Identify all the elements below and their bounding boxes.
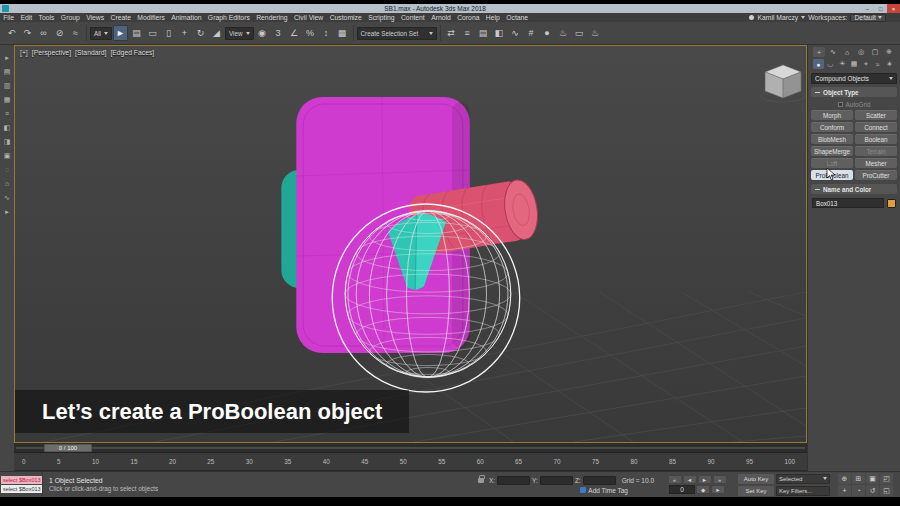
close-button[interactable]: × [887, 4, 900, 13]
selection-lock-icon[interactable] [478, 478, 484, 483]
bind-spacewarp-icon[interactable]: ≈ [68, 25, 83, 41]
left-toolbar-icon[interactable]: ◨ [4, 138, 11, 146]
rendered-frame-icon[interactable]: ▭ [572, 25, 587, 41]
viewport-canvas[interactable] [15, 46, 806, 442]
minimize-button[interactable]: − [861, 4, 874, 13]
menu-item[interactable]: Octane [503, 13, 531, 22]
select-rotate-icon[interactable]: ↻ [193, 25, 208, 41]
left-toolbar-icon[interactable]: ◧ [4, 124, 11, 132]
viewport-pov-menu[interactable]: [Perspective] [32, 49, 71, 56]
cameras-category-icon[interactable]: ▦ [849, 59, 860, 69]
object-type-button[interactable]: ShapeMerge [811, 146, 853, 156]
render-setup-icon[interactable]: ♨ [556, 25, 571, 41]
go-to-start-icon[interactable]: « [668, 475, 682, 484]
shapes-category-icon[interactable]: ◡ [825, 59, 836, 69]
menu-item[interactable]: Corona [454, 13, 483, 22]
track-bar[interactable]: 0510152025303540455055606570758085909510… [14, 453, 807, 471]
menu-item[interactable]: Civil View [291, 13, 327, 22]
menu-item[interactable]: File [0, 13, 17, 22]
object-color-swatch[interactable] [887, 199, 896, 208]
left-toolbar-icon[interactable]: ▤ [4, 68, 11, 76]
autogrid-checkbox[interactable] [838, 102, 843, 107]
object-category-dropdown[interactable]: Compound Objects [811, 73, 897, 84]
selection-filter-dropdown[interactable]: All [90, 27, 112, 40]
left-toolbar-icon[interactable]: ≡ [5, 110, 9, 118]
workspaces-dropdown[interactable]: Default [850, 14, 886, 22]
viewport-renderer-menu[interactable]: [Standard] [75, 49, 106, 56]
macro-recorder-line[interactable]: select $Box013 [1, 476, 42, 484]
hierarchy-tab-icon[interactable]: ⌂ [841, 47, 853, 57]
perspective-viewport[interactable]: [+] [Perspective] [Standard] [Edged Face… [14, 45, 807, 443]
time-slider-track[interactable] [16, 447, 805, 449]
menu-item[interactable]: Animation [168, 13, 205, 22]
object-type-button[interactable]: Scatter [855, 110, 897, 120]
viewport-shading-menu[interactable]: [Edged Faces] [110, 49, 154, 56]
zoom-all-icon[interactable]: ⊞ [852, 473, 865, 484]
user-account-menu[interactable]: Kamil Marczy [757, 14, 798, 21]
curve-editor-icon[interactable]: ∿ [508, 25, 523, 41]
menu-item[interactable]: Arnold [428, 13, 454, 22]
left-toolbar-icon[interactable]: ▸ [5, 208, 9, 216]
spacewarps-category-icon[interactable]: ≈ [872, 59, 883, 69]
select-link-icon[interactable]: ∞ [36, 25, 51, 41]
render-production-icon[interactable]: ♨ [588, 25, 603, 41]
menu-item[interactable]: Scripting [365, 13, 398, 22]
time-slider[interactable]: 0 / 100 [14, 443, 807, 453]
menu-item[interactable]: Tools [35, 13, 57, 22]
align-icon[interactable]: ≡ [460, 25, 475, 41]
orbit-icon[interactable]: ↺ [866, 485, 879, 496]
menu-item[interactable]: Help [483, 13, 503, 22]
percent-snap-icon[interactable]: % [303, 25, 318, 41]
schematic-view-icon[interactable]: # [524, 25, 539, 41]
object-type-rollout-header[interactable]: Object Type [811, 87, 897, 97]
pan-icon[interactable]: + [838, 485, 851, 496]
menu-item[interactable]: Customize [326, 13, 364, 22]
geometry-category-icon[interactable]: ● [813, 59, 824, 69]
systems-category-icon[interactable]: ∗ [884, 59, 895, 69]
z-coordinate-field[interactable] [583, 476, 616, 485]
named-selection-set-combo[interactable]: Create Selection Set [357, 27, 437, 40]
object-type-button[interactable]: Conform [811, 122, 853, 132]
select-by-name-icon[interactable]: ▤ [129, 25, 144, 41]
redo-icon[interactable]: ↷ [20, 25, 35, 41]
menu-item[interactable]: Views [83, 13, 107, 22]
display-tab-icon[interactable]: ▢ [869, 47, 881, 57]
left-toolbar-icon[interactable]: ▣ [4, 152, 11, 160]
reference-coordinate-dropdown[interactable]: View [225, 27, 254, 40]
left-toolbar-icon[interactable]: ▥ [4, 82, 11, 90]
material-editor-icon[interactable]: ● [540, 25, 555, 41]
snaps-toggle-icon[interactable]: 3 [271, 25, 286, 41]
rect-region-icon[interactable]: ▭ [145, 25, 160, 41]
go-to-end-icon[interactable]: » [713, 475, 727, 484]
window-crossing-icon[interactable]: ▯ [161, 25, 176, 41]
select-move-icon[interactable]: + [177, 25, 192, 41]
utilities-tab-icon[interactable]: ※ [883, 47, 895, 57]
left-toolbar-icon[interactable]: ⌂ [5, 180, 9, 188]
zoom-icon[interactable]: ⊕ [838, 473, 851, 484]
menu-item[interactable]: Create [107, 13, 134, 22]
use-center-icon[interactable]: ◉ [255, 25, 270, 41]
object-type-button[interactable]: ProCutter [855, 170, 897, 180]
edit-named-selections-icon[interactable]: ▦ [335, 25, 350, 41]
add-time-tag-button[interactable]: Add Time Tag [588, 487, 628, 494]
helpers-category-icon[interactable]: ⌖ [860, 59, 871, 69]
object-type-button[interactable]: Boolean [855, 134, 897, 144]
object-type-button[interactable]: Connect [855, 122, 897, 132]
play-icon[interactable]: ► [698, 475, 712, 484]
object-name-field[interactable]: Box013 [812, 198, 884, 208]
maximize-viewport-icon[interactable]: ◱ [880, 485, 893, 496]
previous-frame-icon[interactable]: ◄ [683, 475, 697, 484]
object-type-button[interactable]: Mesher [855, 158, 897, 168]
ribbon-icon[interactable]: ◧ [492, 25, 507, 41]
spinner-snap-icon[interactable]: ↕ [319, 25, 334, 41]
y-coordinate-field[interactable] [540, 476, 573, 485]
left-toolbar-icon[interactable]: ▸ [5, 54, 9, 62]
current-frame-field[interactable]: 0 [669, 485, 695, 494]
select-object-icon[interactable]: ► [113, 25, 128, 41]
menu-item[interactable]: Graph Editors [205, 13, 253, 22]
object-type-button[interactable]: Loft [811, 158, 853, 168]
zoom-extents-icon[interactable]: ▣ [866, 473, 879, 484]
fov-icon[interactable]: ◔ [852, 485, 865, 496]
motion-tab-icon[interactable]: ◎ [855, 47, 867, 57]
maximize-button[interactable]: □ [874, 4, 887, 13]
